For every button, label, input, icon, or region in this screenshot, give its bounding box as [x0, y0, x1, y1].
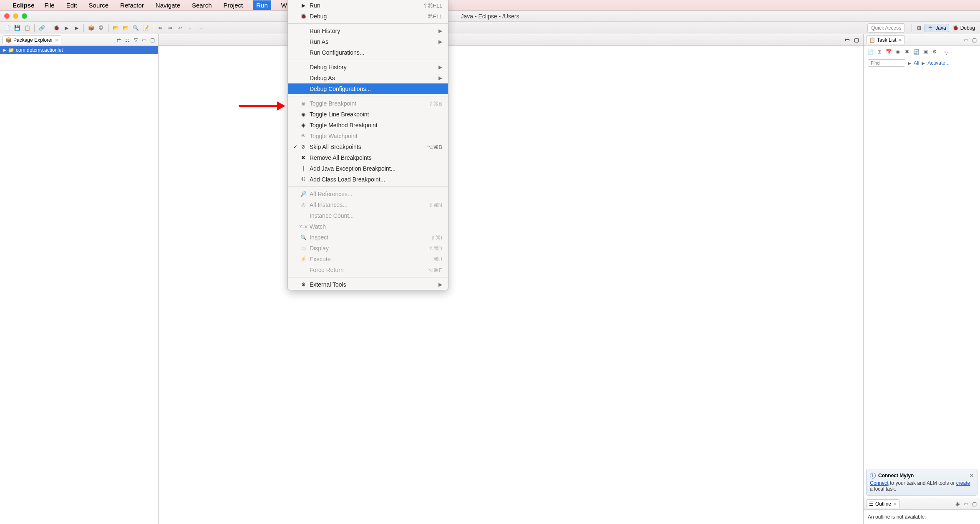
menu-item-skip-all-breakpoints[interactable]: ✓⊘Skip All Breakpoints⌥⌘B: [288, 141, 448, 152]
last-edit-button[interactable]: ↩: [176, 23, 185, 33]
menu-item-debug[interactable]: 🐞Debug⌘F11: [288, 11, 448, 22]
maximize-icon[interactable]: ▢: [971, 37, 977, 43]
menu-search[interactable]: Search: [190, 1, 214, 10]
menu-item-add-java-exception-breakpoint[interactable]: ❗Add Java Exception Breakpoint...: [288, 163, 448, 174]
package-tree-item[interactable]: ▶ 📁 com.dotcms.actionlet: [0, 46, 158, 54]
menu-item-run-as[interactable]: Run As▶: [288, 36, 448, 47]
open-task-button[interactable]: 📂: [121, 23, 130, 33]
mylyn-connect-link[interactable]: Connect: [870, 480, 889, 486]
open-type-button[interactable]: 📂: [111, 23, 120, 33]
excep-icon: ❗: [300, 165, 307, 172]
display-icon: ▭: [300, 244, 307, 252]
search-button[interactable]: 🔍: [131, 23, 140, 33]
task-find-row: ▶ All ▶ Activate...: [864, 58, 980, 68]
blank-icon: [300, 63, 307, 71]
menu-item-debug-as[interactable]: Debug As▶: [288, 73, 448, 83]
window-minimize-button[interactable]: [13, 13, 18, 19]
package-explorer-tab[interactable]: 📦 Package Explorer ✕: [3, 35, 61, 44]
expand-icon[interactable]: ▶: [3, 48, 6, 52]
menu-run[interactable]: Run: [253, 0, 271, 10]
menu-item-add-class-load-breakpoint[interactable]: ©Add Class Load Breakpoint...: [288, 174, 448, 185]
sync-icon[interactable]: 🔄: [913, 48, 920, 55]
save-button[interactable]: 💾: [13, 23, 22, 33]
back-button[interactable]: ←: [186, 23, 195, 33]
perspective-java-button[interactable]: ☕Java: [925, 24, 949, 32]
filter-icon[interactable]: ⚙: [931, 48, 938, 55]
new-button[interactable]: 📄: [3, 23, 12, 33]
window-zoom-button[interactable]: [22, 13, 27, 19]
menu-item-run-history[interactable]: Run History▶: [288, 25, 448, 36]
menu-item-label: Remove All Breakpoints: [310, 154, 442, 161]
hide-icon[interactable]: ✖: [904, 48, 910, 55]
chevron-right-icon: ▶: [908, 61, 911, 66]
menu-item-label: Execute: [310, 256, 433, 262]
menu-item-run[interactable]: ▶Run⇧⌘F11: [288, 0, 448, 11]
nav-forward-button[interactable]: ⇒: [166, 23, 175, 33]
categorize-icon[interactable]: ⊞: [876, 48, 883, 55]
forward-button[interactable]: →: [196, 23, 205, 33]
task-filter-all-link[interactable]: All: [914, 60, 919, 66]
refs-icon: 🔎: [300, 190, 307, 198]
mylyn-create-link[interactable]: create: [956, 480, 970, 486]
app-name[interactable]: Eclipse: [13, 2, 35, 9]
menu-item-remove-all-breakpoints[interactable]: ✖Remove All Breakpoints: [288, 152, 448, 163]
menu-item-toggle-method-breakpoint[interactable]: ◉Toggle Method Breakpoint: [288, 120, 448, 131]
new-class-button[interactable]: ©: [96, 23, 106, 33]
menu-edit[interactable]: Edit: [65, 1, 79, 10]
perspective-debug-button[interactable]: 🐞Debug: [950, 24, 977, 32]
focus-icon[interactable]: ◉: [954, 501, 961, 507]
focus-icon[interactable]: ◉: [894, 48, 901, 55]
debug-toolbar-button[interactable]: 🐞: [52, 23, 61, 33]
nav-back-button[interactable]: ⇐: [156, 23, 165, 33]
close-icon[interactable]: ✕: [898, 38, 902, 43]
task-find-input[interactable]: [868, 59, 905, 67]
separator: [153, 24, 153, 32]
task-list-icon: 📋: [869, 37, 875, 43]
menu-source[interactable]: Source: [87, 1, 111, 10]
schedule-icon[interactable]: 📅: [885, 48, 892, 55]
menu-refactor[interactable]: Refactor: [118, 1, 146, 10]
submenu-arrow-icon: ▶: [438, 75, 442, 81]
menu-item-debug-history[interactable]: Debug History▶: [288, 62, 448, 73]
view-menu-icon[interactable]: ▽: [943, 49, 950, 56]
close-icon[interactable]: ✕: [893, 501, 897, 507]
minimize-icon[interactable]: ▭: [962, 37, 969, 43]
close-icon[interactable]: ✕: [55, 38, 58, 43]
save-all-button[interactable]: 📋: [23, 23, 32, 33]
window-close-button[interactable]: [4, 13, 10, 19]
new-package-button[interactable]: 📦: [86, 23, 96, 33]
perspective-open-button[interactable]: ⊞: [914, 23, 924, 33]
menu-item-debug-configurations[interactable]: Debug Configurations...: [288, 83, 448, 94]
minimize-icon[interactable]: ▭: [962, 501, 969, 507]
collapse-all-icon[interactable]: ⇄: [116, 37, 122, 43]
task-list-tab[interactable]: 📋 Task List ✕: [866, 35, 905, 44]
link-button[interactable]: 🔗: [37, 23, 46, 33]
new-task-icon[interactable]: 📄: [867, 48, 874, 55]
view-menu-icon[interactable]: ▽: [132, 37, 139, 43]
blank-icon: [300, 85, 307, 93]
outline-header: ☰ Outline ✕ ◉ ▭ ▢: [864, 498, 980, 510]
menu-item-run-configurations[interactable]: Run Configurations...: [288, 47, 448, 58]
menu-navigate[interactable]: Navigate: [154, 1, 182, 10]
menu-project[interactable]: Project: [222, 1, 245, 10]
close-icon[interactable]: ✕: [970, 473, 974, 479]
minimize-icon[interactable]: ▭: [141, 37, 147, 43]
run-toolbar-button[interactable]: ▶: [62, 23, 71, 33]
menu-item-toggle-line-breakpoint[interactable]: ◉Toggle Line Breakpoint: [288, 109, 448, 120]
minimize-icon[interactable]: ▭: [844, 37, 851, 43]
outline-tab[interactable]: ☰ Outline ✕: [866, 499, 899, 508]
maximize-icon[interactable]: ▢: [149, 37, 156, 43]
link-editor-icon[interactable]: ⚏: [124, 37, 131, 43]
shortcut-label: ⇧⌘F11: [423, 3, 442, 9]
collapse-icon[interactable]: ▣: [922, 48, 929, 55]
maximize-icon[interactable]: ▢: [971, 501, 977, 507]
maximize-icon[interactable]: ▢: [853, 37, 860, 43]
run-last-button[interactable]: ▶: [72, 23, 81, 33]
menu-file[interactable]: File: [43, 1, 56, 10]
menu-item-external-tools[interactable]: ⚙External Tools▶: [288, 279, 448, 290]
menu-item-execute: ⚡Execute⌘U: [288, 254, 448, 265]
bp-icon: ◉: [300, 100, 307, 107]
quick-access-input[interactable]: Quick Access: [867, 23, 905, 33]
annotation-button[interactable]: 📝: [141, 23, 150, 33]
task-activate-link[interactable]: Activate...: [927, 60, 950, 66]
